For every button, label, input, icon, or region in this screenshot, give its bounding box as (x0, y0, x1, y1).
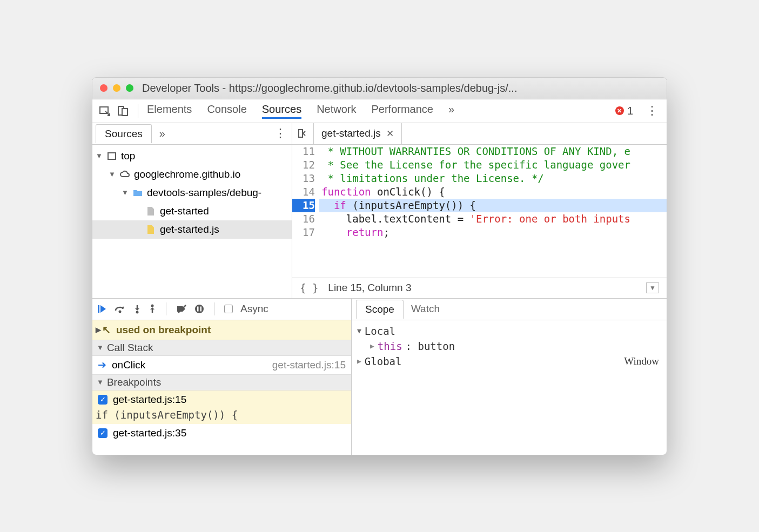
scope-pane: Scope Watch ▼Local ▶this: button ▶Global… (352, 299, 667, 455)
navigator-pane: Sources » ⋮ ▼ top ▼ googlechrome.github.… (92, 123, 292, 298)
device-toggle-icon[interactable] (114, 105, 132, 117)
editor-pane: get-started.js ✕ 11121314151617 * WITHOU… (292, 123, 667, 298)
scope-tabs: Scope Watch (352, 299, 667, 320)
expand-down-icon[interactable]: ▼ (646, 282, 659, 293)
code-content[interactable]: * WITHOUT WARRANTIES OR CONDITIONS OF AN… (319, 145, 667, 278)
error-icon: ✕ (615, 106, 624, 115)
settings-menu-icon[interactable]: ⋮ (641, 104, 663, 118)
window-title: Developer Tools - https://googlechrome.g… (142, 82, 517, 95)
tab-network[interactable]: Network (317, 103, 356, 119)
breakpoint-item-1[interactable]: ✓get-started.js:15 if (inputsAreEmpty())… (92, 390, 351, 424)
main-area: Sources » ⋮ ▼ top ▼ googlechrome.github.… (92, 123, 667, 298)
tab-sources[interactable]: Sources (262, 103, 301, 119)
error-count: 1 (627, 105, 633, 117)
devtools-window: Developer Tools - https://googlechrome.g… (92, 77, 667, 455)
callstack-header[interactable]: ▼Call Stack (92, 340, 351, 356)
minimize-icon[interactable] (113, 84, 120, 92)
step-into-button[interactable] (133, 304, 141, 314)
scope-global[interactable]: ▶GlobalWindow (357, 354, 661, 369)
breakpoints-header[interactable]: ▼Breakpoints (92, 374, 351, 390)
file-tab-get-started-js[interactable]: get-started.js ✕ (314, 123, 402, 144)
tab-scope[interactable]: Scope (356, 300, 404, 319)
tree-node-js-file[interactable]: ▼ get-started.js (92, 220, 292, 239)
tab-overflow[interactable]: » (448, 103, 454, 119)
deactivate-breakpoints-button[interactable] (176, 304, 187, 314)
main-tab-list: Elements Console Sources Network Perform… (147, 103, 454, 119)
svg-rect-3 (108, 153, 116, 159)
navigator-menu-icon[interactable]: ⋮ (269, 126, 292, 140)
svg-rect-4 (299, 130, 303, 137)
svg-point-7 (136, 311, 139, 314)
tab-console[interactable]: Console (207, 103, 246, 119)
svg-rect-2 (122, 109, 127, 116)
svg-point-9 (195, 305, 204, 313)
svg-point-8 (151, 305, 154, 307)
paused-banner: ▶ ↖ used on breakpoint (92, 320, 351, 340)
pause-exceptions-button[interactable] (194, 304, 204, 314)
scope-local[interactable]: ▼Local (357, 324, 661, 339)
svg-rect-5 (98, 305, 99, 313)
titlebar: Developer Tools - https://googlechrome.g… (92, 78, 667, 99)
breakpoint-item-2[interactable]: ✓get-started.js:35 (92, 424, 351, 442)
file-icon (145, 205, 157, 217)
frame-icon (106, 150, 118, 162)
tree-node-folder[interactable]: ▼ devtools-samples/debug- (92, 184, 292, 202)
folder-icon (132, 187, 144, 199)
close-tab-icon[interactable]: ✕ (386, 128, 394, 139)
code-editor[interactable]: 11121314151617 * WITHOUT WARRANTIES OR C… (292, 145, 667, 278)
navigator-tab-sources[interactable]: Sources (96, 124, 152, 143)
panel-tabs: Elements Console Sources Network Perform… (92, 99, 667, 123)
line-numbers: 11121314151617 (292, 145, 319, 278)
svg-rect-11 (200, 307, 202, 312)
tree-node-top[interactable]: ▼ top (92, 147, 292, 165)
pretty-print-icon[interactable]: { } (300, 282, 318, 294)
resume-button[interactable] (97, 304, 106, 314)
inspect-icon[interactable] (96, 105, 114, 117)
tab-performance[interactable]: Performance (372, 103, 434, 119)
navigator-tabs: Sources » ⋮ (92, 123, 292, 145)
tab-watch[interactable]: Watch (404, 300, 447, 318)
async-label: Async (240, 303, 268, 315)
debugger-drawer: Async ▶ ↖ used on breakpoint ▼Call Stack… (92, 298, 667, 455)
step-over-button[interactable] (114, 304, 126, 314)
file-tree: ▼ top ▼ googlechrome.github.io ▼ devtool… (92, 145, 292, 298)
debug-sidebar: Async ▶ ↖ used on breakpoint ▼Call Stack… (92, 299, 352, 455)
debug-controls: Async (92, 299, 351, 320)
cloud-icon (119, 169, 131, 180)
cursor-position: Line 15, Column 3 (328, 282, 411, 294)
async-checkbox[interactable] (224, 305, 233, 313)
error-badge[interactable]: ✕ 1 (615, 105, 633, 117)
window-controls (100, 84, 133, 92)
svg-rect-10 (197, 307, 199, 312)
step-out-button[interactable] (149, 304, 156, 314)
editor-statusbar: { } Line 15, Column 3 ▼ (292, 278, 667, 298)
callstack-frame[interactable]: ➔ onClick get-started.js:15 (92, 356, 351, 374)
navigator-overflow-icon[interactable]: » (159, 127, 165, 140)
scope-tree: ▼Local ▶this: button ▶GlobalWindow (352, 320, 667, 455)
breakpoint-checkbox[interactable]: ✓ (98, 395, 108, 405)
editor-tabs: get-started.js ✕ (292, 123, 667, 145)
tab-elements[interactable]: Elements (147, 103, 192, 119)
tree-node-domain[interactable]: ▼ googlechrome.github.io (92, 165, 292, 184)
editor-nav-back-icon[interactable] (292, 123, 314, 144)
tree-node-html-file[interactable]: ▼ get-started (92, 202, 292, 220)
close-icon[interactable] (100, 84, 108, 92)
js-file-icon (145, 224, 157, 235)
scope-this[interactable]: ▶this: button (357, 339, 661, 354)
breakpoint-checkbox[interactable]: ✓ (98, 428, 108, 438)
svg-point-6 (119, 311, 122, 313)
maximize-icon[interactable] (126, 84, 133, 92)
